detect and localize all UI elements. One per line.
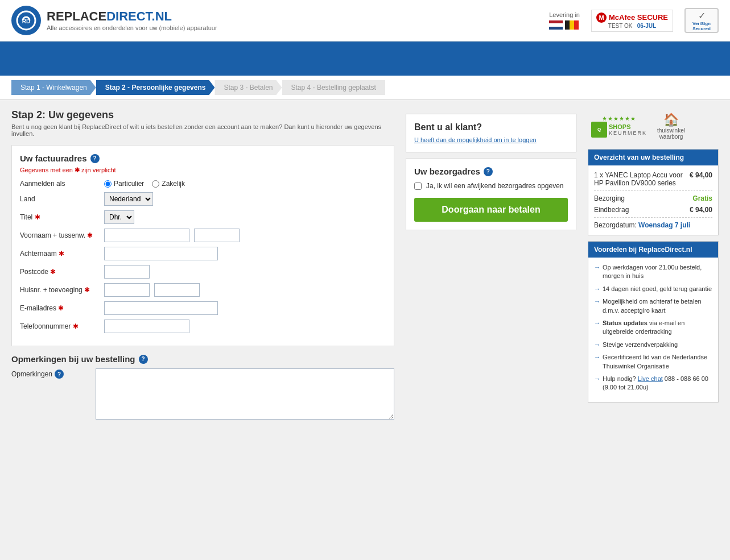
- arrow-icon-3: →: [594, 297, 600, 306]
- particulier-radio[interactable]: [104, 180, 112, 188]
- bezorging-value: Gratis: [692, 194, 712, 202]
- bezorg-checkbox[interactable]: [414, 182, 422, 190]
- bezorging-row: Bezorging Gratis: [594, 194, 712, 202]
- zakelijk-option[interactable]: Zakelijk: [152, 180, 185, 188]
- land-select[interactable]: Nederland: [104, 192, 153, 206]
- opmerkingen-info-icon[interactable]: ?: [139, 355, 148, 364]
- page-title: Stap 2: Uw gegevens: [11, 109, 394, 121]
- factuur-section: Uw factuuradres ? Gegevens met een ✱ zij…: [11, 145, 394, 346]
- opmerkingen-title: Opmerkingen bij uw bestelling ?: [11, 354, 394, 364]
- voordeel-1: → Op werkdagen voor 21.00u besteld, morg…: [594, 263, 712, 281]
- live-chat-link[interactable]: Live chat: [638, 375, 663, 382]
- telefoon-input[interactable]: [104, 320, 189, 333]
- logo-area: RD REPLACEDIRECT.NL Alle accessoires en …: [11, 6, 217, 35]
- email-input[interactable]: [104, 301, 218, 315]
- progress-step-1[interactable]: Stap 1 - Winkelwagen: [11, 80, 96, 95]
- bestelling-header: Overzicht van uw bestelling: [588, 150, 718, 165]
- bezorg-section: Uw bezorgadres ? Ja, ik wil een afwijken…: [406, 158, 576, 230]
- arrow-icon-7: →: [594, 375, 600, 383]
- huisnr-input[interactable]: [104, 283, 150, 297]
- voordeel-3: → Mogelijkheid om achteraf te betalen d.…: [594, 297, 712, 315]
- achternaam-row: Achternaam ✱: [20, 247, 386, 260]
- bezorg-checkbox-label[interactable]: Ja, ik wil een afwijkend bezorgadres opg…: [426, 182, 563, 190]
- mcafee-label: McAfee SECURE: [609, 13, 668, 22]
- land-label: Land: [20, 195, 100, 203]
- telefoon-row: Telefoonnummer ✱: [20, 320, 386, 333]
- huisnr-row: Huisnr. + toevoeging ✱: [20, 283, 386, 297]
- titel-label: Titel ✱: [20, 213, 100, 221]
- svg-text:RD: RD: [22, 18, 30, 24]
- logo-title: REPLACEDIRECT.NL: [47, 9, 217, 24]
- particulier-option[interactable]: Particulier: [104, 180, 144, 188]
- progress-bar: Stap 1 - Winkelwagen Stap 2 - Persoonlij…: [0, 76, 730, 100]
- postcode-row: Postcode ✱: [20, 265, 386, 279]
- opmerkingen-section: Opmerkingen bij uw bestelling ? Opmerkin…: [11, 354, 394, 420]
- progress-step-3[interactable]: Stap 3 - Betalen: [215, 80, 282, 95]
- telefoon-label: Telefoonnummer ✱: [20, 322, 100, 330]
- progress-step-2[interactable]: Stap 2 - Persoonlijke gegevens: [96, 80, 215, 95]
- voornaam-label: Voornaam + tussenw. ✱: [20, 231, 100, 239]
- bezorg-info-icon[interactable]: ?: [484, 167, 493, 176]
- doorgaan-button[interactable]: Doorgaan naar betalen: [414, 198, 568, 222]
- shops-label: SHOPS: [609, 123, 647, 130]
- arrow-icon-2: →: [594, 285, 600, 293]
- aanmelden-label: Aanmelden als: [20, 180, 100, 188]
- levering-label: Levering in: [549, 11, 580, 18]
- toevoeging-input[interactable]: [154, 283, 200, 297]
- page-subtitle: Bent u nog geen klant bij ReplaceDirect …: [11, 123, 394, 137]
- flags: [549, 20, 580, 30]
- shops-logo: ★★★★★★ Q SHOPS KEURMERK: [591, 115, 647, 138]
- shops-icon: Q: [591, 122, 607, 138]
- bestelling-product-price: € 94,00: [690, 171, 712, 187]
- thuiswinkel-logo: 🏠 thuiswinkel waarborg: [657, 113, 685, 140]
- email-row: E-mailadres ✱: [20, 301, 386, 315]
- opmerkingen-row: Opmerkingen ?: [11, 368, 394, 420]
- right-column: ★★★★★★ Q SHOPS KEURMERK 🏠 thuiswinkel wa…: [588, 109, 719, 420]
- opmerkingen-textarea[interactable]: [96, 368, 394, 420]
- opmerkingen-field-label: Opmerkingen ?: [11, 368, 91, 379]
- eindbedrag-label: Eindbedrag: [594, 206, 629, 214]
- logo-subtitle: Alle accessoires en onderdelen voor uw (…: [47, 24, 217, 32]
- opmerkingen-field-info-icon[interactable]: ?: [55, 370, 64, 379]
- titel-row: Titel ✱ Dhr.: [20, 210, 386, 224]
- center-column: Bent u al klant? U heeft dan de mogelijk…: [406, 109, 576, 420]
- bezorg-title: Uw bezorgadres ?: [414, 167, 568, 176]
- login-link[interactable]: U heeft dan de mogelijkheid om in te log…: [414, 136, 537, 143]
- keurmerk-box: ★★★★★★ Q SHOPS KEURMERK 🏠 thuiswinkel wa…: [588, 109, 719, 143]
- aanmelden-row: Aanmelden als Particulier Zakelijk: [20, 180, 386, 188]
- zakelijk-radio[interactable]: [152, 180, 159, 188]
- voornaam-row: Voornaam + tussenw. ✱: [20, 229, 386, 242]
- eindbedrag-row: Eindbedrag € 94,00: [594, 206, 712, 214]
- voornaam-input[interactable]: [104, 229, 189, 242]
- progress-step-4[interactable]: Stap 4 - Bestelling geplaatst: [282, 80, 385, 95]
- voordelen-box: Voordelen bij ReplaceDirect.nl → Op werk…: [588, 241, 719, 403]
- arrow-icon-1: →: [594, 263, 600, 272]
- titel-select[interactable]: Dhr.: [104, 210, 134, 224]
- aanmelden-radio-group: Particulier Zakelijk: [104, 180, 185, 188]
- flag-belgium: [565, 20, 579, 30]
- bestelling-product-row: 1 x YANEC Laptop Accu voor HP Pavilion D…: [594, 171, 712, 187]
- mcafee-status: TEST OK 06-JUL: [596, 23, 668, 29]
- huisnr-label: Huisnr. + toevoeging ✱: [20, 286, 100, 294]
- voordelen-body: → Op werkdagen voor 21.00u besteld, morg…: [588, 258, 718, 402]
- land-row: Land Nederland: [20, 192, 386, 206]
- voordeel-7: → Hulp nodig? Live chat 088 - 088 66 00 …: [594, 375, 712, 392]
- factuur-info-icon[interactable]: ?: [90, 154, 100, 163]
- login-title: Bent u al klant?: [414, 122, 568, 132]
- postcode-input[interactable]: [104, 265, 150, 279]
- bestelling-divider: [594, 190, 712, 191]
- bestelling-product: 1 x YANEC Laptop Accu voor HP Pavilion D…: [594, 171, 690, 187]
- main-content: Stap 2: Uw gegevens Bent u nog geen klan…: [0, 100, 730, 429]
- verisign-box: ✓ VeriSign Secured: [684, 8, 719, 33]
- achternaam-input[interactable]: [104, 247, 218, 260]
- arrow-icon-4: →: [594, 319, 600, 327]
- arrow-icon-6: →: [594, 353, 600, 362]
- header: RD REPLACEDIRECT.NL Alle accessoires en …: [0, 0, 730, 42]
- bezorgdatum-value: Woensdag 7 juli: [638, 221, 690, 229]
- mcafee-icon: M: [596, 13, 607, 23]
- bestelling-divider-2: [594, 217, 712, 218]
- tussenvoegsel-input[interactable]: [194, 229, 240, 242]
- logo-icon: RD: [11, 6, 41, 35]
- levering-box: Levering in: [549, 11, 580, 30]
- left-column: Stap 2: Uw gegevens Bent u nog geen klan…: [11, 109, 394, 420]
